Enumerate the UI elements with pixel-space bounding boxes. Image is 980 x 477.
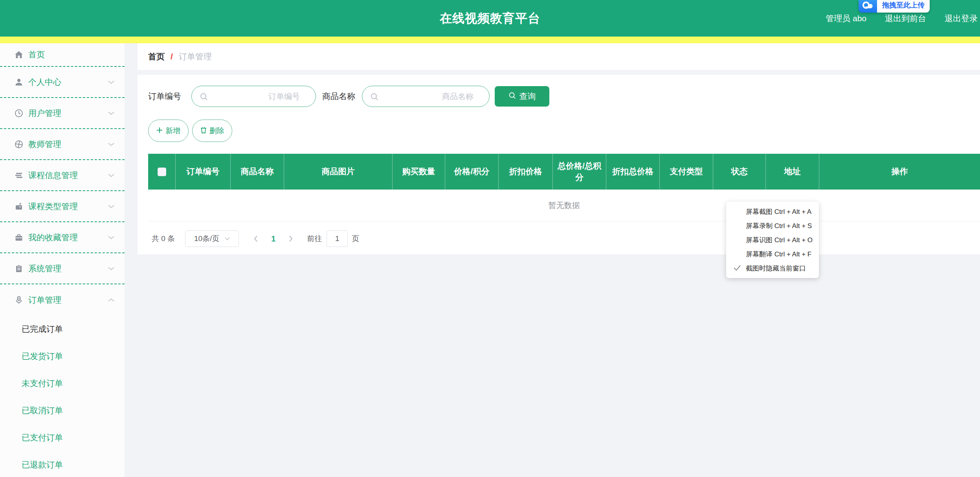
page-size-select[interactable]: 10条/页 [185,230,239,247]
sidebar-item-course-type[interactable]: 课程类型管理 [0,191,125,222]
sidebar-item-label: 课程类型管理 [28,201,108,212]
chevron-down-icon [108,79,114,86]
sidebar-subitem-cancelled-orders[interactable]: 已取消订单 [0,397,125,424]
chevron-down-icon [108,265,114,272]
col-actions[interactable]: 操作 [819,154,980,190]
sidebar-item-home[interactable]: 首页 [0,43,125,67]
col-total-price-points[interactable]: 总价格/总积分 [553,154,606,190]
clock-icon [14,109,24,118]
chevron-down-icon [108,110,114,117]
logout-link[interactable]: 退出登录 [945,13,978,24]
check-icon [733,265,741,273]
context-menu-item-record[interactable]: 屏幕录制 Ctrl + Alt + S [726,219,819,233]
breadcrumb-separator: / [171,52,173,61]
admin-label[interactable]: 管理员 abo [826,13,866,24]
context-menu-item-hide-window[interactable]: 截图时隐藏当前窗口 [726,261,819,275]
col-address[interactable]: 地址 [766,154,819,190]
sidebar-item-orders[interactable]: 订单管理 [0,284,125,315]
context-menu-item-screenshot[interactable]: 屏幕截图 Ctrl + Alt + A [726,204,819,219]
context-menu-item-label: 截图时隐藏当前窗口 [746,264,806,273]
col-discount-price[interactable]: 折扣价格 [499,154,553,190]
col-product-image[interactable]: 商品图片 [284,154,393,190]
sidebar-item-label: 教师管理 [28,139,108,150]
col-price-points[interactable]: 价格/积分 [445,154,499,190]
sidebar-item-profile[interactable]: 个人中心 [0,67,125,98]
list-icon [14,171,24,180]
chevron-down-icon [225,237,230,240]
order-no-label: 订单编号 [148,91,181,102]
sidebar-item-teacher-mgmt[interactable]: 教师管理 [0,129,125,160]
page-size-value: 10条/页 [194,234,219,244]
sidebar-item-label: 首页 [28,49,114,60]
delete-button-label: 删除 [209,126,224,136]
chevron-left-icon [254,236,258,242]
sidebar-subitem-shipped-orders[interactable]: 已发货订单 [0,343,125,370]
accent-bar [0,37,980,43]
col-status[interactable]: 状态 [713,154,766,190]
add-button-label: 新增 [165,126,180,136]
col-discount-total[interactable]: 折扣总价格 [606,154,660,190]
app-root: 在线视频教育平台 管理员 abo 退出到前台 退出登录 拖拽至此上传 [0,0,980,477]
empty-text: 暂无数据 [549,200,580,211]
chevron-down-icon [108,234,114,241]
chevron-down-icon [108,203,114,210]
search-icon [508,92,516,101]
sidebar-item-label: 系统管理 [28,263,108,274]
upload-badge-label: 拖拽至此上传 [882,0,925,10]
sidebar-item-favorites[interactable]: 我的收藏管理 [0,222,125,253]
home-icon [14,50,24,59]
upload-badge[interactable]: 拖拽至此上传 [859,0,930,13]
plus-icon [156,127,163,135]
checkbox-cell [148,154,176,190]
select-all-checkbox[interactable] [158,168,166,176]
chevron-right-icon [289,236,293,242]
order-no-input-wrap [191,86,316,107]
bag-icon [14,202,24,211]
current-page[interactable]: 1 [271,234,275,243]
order-no-input[interactable] [192,86,316,107]
prev-page-button[interactable] [254,236,258,242]
col-product-name[interactable]: 商品名称 [231,154,284,190]
product-name-label: 商品名称 [322,91,355,102]
user-icon [14,77,24,87]
exit-front-link[interactable]: 退出到前台 [885,13,926,24]
breadcrumb-home[interactable]: 首页 [148,51,165,62]
chevron-up-icon [108,297,114,304]
goto-label: 前往 [307,234,322,244]
sidebar-item-user-mgmt[interactable]: 用户管理 [0,98,125,129]
page-unit-label: 页 [352,234,359,244]
product-name-input[interactable] [362,86,489,107]
context-menu: 屏幕截图 Ctrl + Alt + A 屏幕录制 Ctrl + Alt + S … [726,202,819,278]
context-menu-item-translate[interactable]: 屏幕翻译 Ctrl + Alt + F [726,247,819,261]
next-page-button[interactable] [289,236,293,242]
sidebar-subitem-completed-orders[interactable]: 已完成订单 [0,315,125,343]
chevron-down-icon [108,141,114,148]
goto-page-input[interactable] [327,230,348,247]
globe-icon [14,140,24,149]
context-menu-item-ocr[interactable]: 屏幕识图 Ctrl + Alt + O [726,233,819,247]
col-pay-type[interactable]: 支付类型 [660,154,713,190]
sidebar-item-system[interactable]: 系统管理 [0,253,125,284]
sidebar-item-label: 我的收藏管理 [28,232,108,243]
search-button[interactable]: 查询 [495,86,549,107]
sidebar-subitem-refunded-orders[interactable]: 已退款订单 [0,451,125,477]
cloud-icon [859,0,877,13]
delete-button[interactable]: 删除 [192,120,232,142]
sidebar: 首页 个人中心 用户管理 教师管理 [0,43,125,477]
col-order-no[interactable]: 订单编号 [176,154,231,190]
sidebar-subitem-paid-orders[interactable]: 已支付订单 [0,424,125,451]
col-quantity[interactable]: 购买数量 [393,154,445,190]
sidebar-subitem-unpaid-orders[interactable]: 未支付订单 [0,370,125,397]
total-count: 共 0 条 [152,234,175,244]
breadcrumb-current: 订单管理 [179,51,212,62]
add-button[interactable]: 新增 [148,120,189,142]
toolbar: 新增 删除 [148,120,232,142]
breadcrumb: 首页 / 订单管理 [138,43,980,70]
order-table: 订单编号 商品名称 商品图片 购买数量 价格/积分 折扣价格 总价格/总积分 折… [148,154,980,221]
product-name-input-wrap [362,86,490,107]
sidebar-item-course-info[interactable]: 课程信息管理 [0,160,125,191]
clipboard-icon [14,264,24,273]
sidebar-item-label: 用户管理 [28,108,108,119]
app-header: 在线视频教育平台 管理员 abo 退出到前台 退出登录 拖拽至此上传 [0,0,980,37]
filter-row: 订单编号 商品名称 查询 [148,86,549,107]
